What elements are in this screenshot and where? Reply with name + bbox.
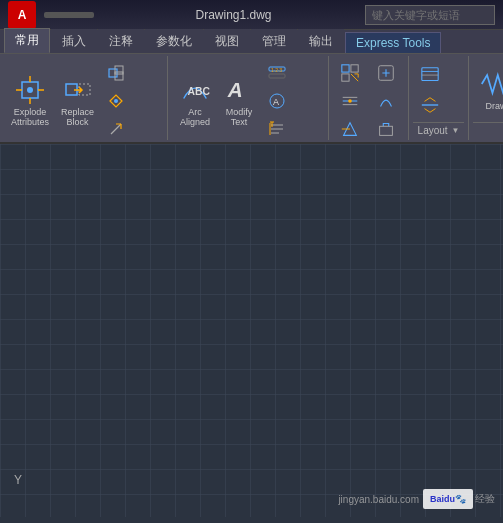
title-bar: A Drawing1.dwg bbox=[0, 0, 503, 30]
modify-text-label: ModifyText bbox=[226, 108, 253, 128]
blocks-small-buttons bbox=[101, 60, 161, 142]
svg-rect-9 bbox=[115, 66, 123, 74]
blocks-content: ExplodeAttributes ReplaceBlock bbox=[4, 58, 163, 142]
layout-label[interactable]: Layout ▼ bbox=[413, 122, 464, 138]
layout-btn2[interactable] bbox=[415, 92, 475, 118]
jingyan-text: jingyan.baidu.com bbox=[338, 494, 419, 505]
tab-insert[interactable]: 插入 bbox=[51, 29, 97, 53]
tab-manage[interactable]: 管理 bbox=[251, 29, 297, 53]
ribbon-group-layout: Layout ▼ bbox=[409, 56, 469, 140]
svg-rect-10 bbox=[115, 72, 123, 80]
tab-express-tools[interactable]: Express Tools bbox=[345, 32, 441, 53]
search-input[interactable] bbox=[365, 5, 495, 25]
svg-rect-29 bbox=[380, 126, 393, 135]
blocks-sub3-button[interactable] bbox=[101, 116, 161, 142]
tab-view[interactable]: 视图 bbox=[204, 29, 250, 53]
express-draw-label: Draw bbox=[486, 102, 503, 112]
svg-point-26 bbox=[348, 99, 352, 103]
blocks-sub2-button[interactable] bbox=[101, 88, 161, 114]
tab-home[interactable]: 常用 bbox=[4, 28, 50, 53]
modify-icon1 bbox=[340, 63, 360, 83]
text-content: ABC ArcAligned A ModifyText bbox=[172, 58, 324, 142]
modify-text-icon: A bbox=[223, 74, 255, 106]
svg-text:A: A bbox=[273, 97, 279, 107]
ribbon-panel: ExplodeAttributes ReplaceBlock bbox=[0, 54, 503, 144]
replace-block-label: ReplaceBlock bbox=[61, 108, 94, 128]
modify-icon3 bbox=[340, 119, 360, 139]
blocks-sub1-button[interactable] bbox=[101, 60, 161, 86]
watermark: jingyan.baidu.com Baidu 🐾 经验 bbox=[338, 489, 495, 509]
express-draw-button[interactable]: Draw bbox=[475, 64, 503, 116]
resize-handle bbox=[44, 12, 94, 18]
baidu-logo: Baidu 🐾 bbox=[423, 489, 473, 509]
text-sub1-button[interactable]: 1·2·3 bbox=[262, 60, 322, 86]
draw-waveform-icon bbox=[480, 68, 503, 100]
modify-btn1[interactable] bbox=[335, 60, 365, 86]
express-draw-group-label bbox=[473, 122, 503, 138]
text-numbering-icon: 1·2·3 bbox=[267, 63, 287, 83]
jingyan-suffix: 经验 bbox=[475, 492, 495, 506]
svg-rect-24 bbox=[342, 74, 349, 81]
svg-text:A: A bbox=[227, 78, 243, 101]
layout-dropdown-arrow: ▼ bbox=[452, 126, 460, 135]
svg-text:1·2·3: 1·2·3 bbox=[271, 67, 282, 73]
svg-text:ABC: ABC bbox=[188, 86, 211, 97]
modify-text-button[interactable]: A ModifyText bbox=[218, 70, 260, 132]
svg-point-11 bbox=[114, 99, 118, 103]
svg-point-5 bbox=[27, 87, 33, 93]
text-sub2-button[interactable]: A bbox=[262, 88, 322, 114]
tab-annotate[interactable]: 注释 bbox=[98, 29, 144, 53]
drawing-canvas[interactable]: Y jingyan.baidu.com Baidu 🐾 经验 bbox=[0, 144, 503, 517]
arc-aligned-label: ArcAligned bbox=[180, 108, 210, 128]
layout-content bbox=[413, 58, 464, 120]
modify-btn3[interactable] bbox=[335, 116, 365, 142]
explode-icon bbox=[14, 74, 46, 106]
svg-rect-8 bbox=[109, 69, 117, 77]
express-draw-content: Draw bbox=[473, 58, 503, 120]
y-axis-label: Y bbox=[14, 473, 22, 487]
layout-icon1 bbox=[420, 66, 440, 86]
tab-parametric[interactable]: 参数化 bbox=[145, 29, 203, 53]
modify-icon2 bbox=[340, 91, 360, 111]
layout-btn1[interactable] bbox=[415, 63, 475, 89]
ribbon-group-blocks: ExplodeAttributes ReplaceBlock bbox=[0, 56, 168, 140]
tab-output[interactable]: 输出 bbox=[298, 29, 344, 53]
ribbon-group-text: ABC ArcAligned A ModifyText bbox=[168, 56, 329, 140]
svg-rect-16 bbox=[269, 74, 285, 78]
blocks-sub2-icon bbox=[106, 91, 126, 111]
modify-icon6 bbox=[376, 119, 396, 139]
replace-icon bbox=[62, 74, 94, 106]
arc-aligned-button[interactable]: ABC ArcAligned bbox=[174, 70, 216, 132]
text-sub2-a-icon: A bbox=[267, 91, 287, 111]
modify-content bbox=[333, 58, 404, 142]
text-sub3-button[interactable] bbox=[262, 116, 322, 142]
text-column-icon bbox=[267, 119, 287, 139]
svg-rect-23 bbox=[351, 65, 358, 72]
baidu-paw-icon: 🐾 bbox=[455, 494, 466, 504]
ribbon-group-modify: Modify ▼ bbox=[329, 56, 409, 140]
ribbon-tabs: 常用 插入 注释 参数化 视图 管理 输出 Express Tools bbox=[0, 30, 503, 54]
layout-icon2 bbox=[420, 95, 440, 115]
modify-btn2[interactable] bbox=[335, 88, 365, 114]
blocks-sub1-icon bbox=[106, 63, 126, 83]
svg-rect-22 bbox=[342, 65, 349, 72]
text-small-buttons: 1·2·3 A bbox=[262, 60, 322, 142]
autocad-logo: A bbox=[8, 1, 36, 29]
modify-icon5 bbox=[376, 91, 396, 111]
ribbon-group-express-draw: Draw bbox=[469, 56, 503, 140]
replace-block-button[interactable]: ReplaceBlock bbox=[56, 70, 99, 132]
explode-attributes-button[interactable]: ExplodeAttributes bbox=[6, 70, 54, 132]
document-title: Drawing1.dwg bbox=[102, 8, 365, 22]
explode-attributes-label: ExplodeAttributes bbox=[11, 108, 49, 128]
arc-aligned-icon: ABC bbox=[179, 74, 211, 106]
svg-rect-30 bbox=[422, 67, 438, 80]
modify-icon4 bbox=[376, 63, 396, 83]
blocks-sub3-icon bbox=[106, 119, 126, 139]
